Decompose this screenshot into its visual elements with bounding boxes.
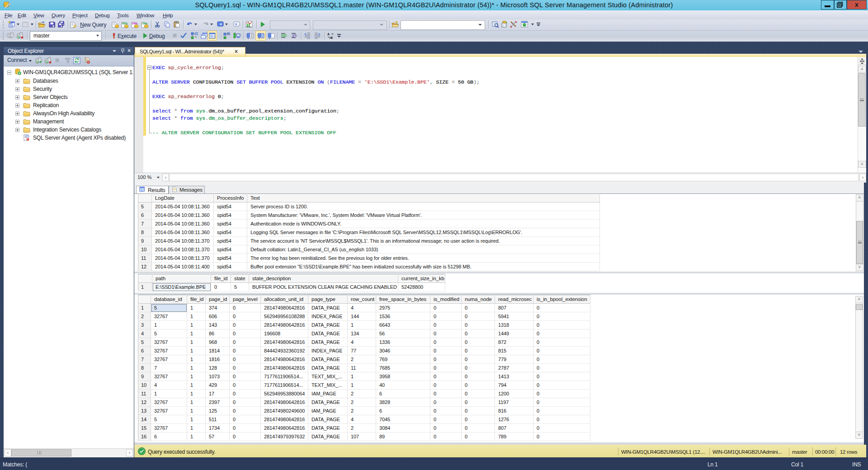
svg-text:MDX: MDX: [122, 22, 128, 25]
svg-text:B: B: [330, 36, 333, 39]
svg-text:DMX: DMX: [132, 22, 138, 25]
svg-text:XMA: XMA: [142, 22, 147, 25]
svg-text:A: A: [327, 33, 330, 36]
